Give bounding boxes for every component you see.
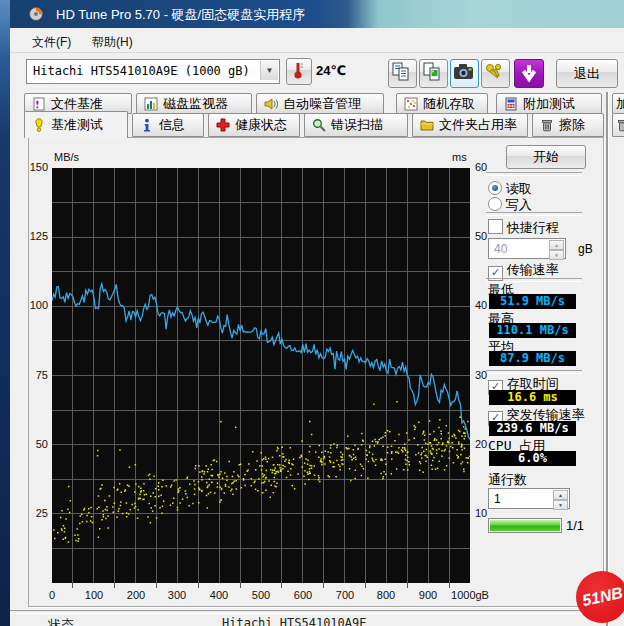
copy-image-icon xyxy=(420,60,445,85)
tab-partial-background[interactable]: 加 xyxy=(612,93,624,114)
divider xyxy=(486,212,582,216)
tab-random-access[interactable]: 随机存取 xyxy=(396,93,488,114)
menu-help[interactable]: 帮助(H) xyxy=(88,32,137,53)
axis-tick-label: 60 xyxy=(475,161,505,173)
radio-icon[interactable] xyxy=(488,197,502,211)
transfer-rate-label: 传输速率 xyxy=(507,262,559,277)
download-button[interactable] xyxy=(514,59,544,88)
menu-file[interactable]: 文件(F) xyxy=(28,32,75,53)
cpu-usage-value: 6.0% xyxy=(489,451,576,466)
window-right-edge xyxy=(606,92,608,626)
progress-text: 1/1 xyxy=(566,518,584,533)
erase-icon xyxy=(540,118,554,132)
tab-erase[interactable]: 擦除 xyxy=(532,113,604,137)
statusbar-divider xyxy=(10,610,624,614)
statusbar-label: 状态 xyxy=(48,616,74,626)
statusbar-drive: Hitachi HTS541010A9E xyxy=(222,616,367,626)
axis-tick-label: 125 xyxy=(16,230,48,242)
tab-label: 信息 xyxy=(159,116,185,134)
axis-tick-label: 50 xyxy=(16,438,48,450)
tab-extra-tests[interactable]: 附加测试 xyxy=(496,93,602,114)
y-left-unit: MB/s xyxy=(54,151,79,163)
start-button[interactable]: 开始 xyxy=(506,145,586,169)
stepper-down-icon[interactable]: ▼ xyxy=(549,250,564,260)
app-window: HD Tune Pro 5.70 - 硬盘/固态硬盘实用程序 文件(F) 帮助(… xyxy=(0,0,624,626)
tab-label: 磁盘监视器 xyxy=(163,95,228,113)
temperature-value: 24℃ xyxy=(316,63,346,78)
drive-select-value: Hitachi HTS541010A9E (1000 gB) xyxy=(33,64,250,78)
copy-image-button[interactable] xyxy=(419,59,448,88)
tab-label: 自动噪音管理 xyxy=(283,95,361,113)
tab-info[interactable]: 信息 xyxy=(132,113,204,137)
tab-benchmark[interactable]: 基准测试 xyxy=(24,111,128,138)
burst-rate-label: 突发传输速率 xyxy=(507,407,585,422)
chevron-down-icon[interactable]: ▼ xyxy=(260,61,278,80)
tab-label: 文件夹占用率 xyxy=(439,116,517,134)
axis-tick-label: 40 xyxy=(475,299,505,311)
file-benchmark-icon xyxy=(32,97,46,111)
progress-bar xyxy=(488,518,562,533)
temperature-button[interactable] xyxy=(286,58,312,85)
benchmark-icon xyxy=(32,118,46,132)
folder-usage-icon xyxy=(420,118,434,132)
tab-error-scan[interactable]: 错误扫描 xyxy=(304,113,408,137)
progress-fill xyxy=(490,520,560,531)
axis-tick-label: 100 xyxy=(16,299,48,311)
pass-count-stepper[interactable]: 1 ▲▼ xyxy=(488,488,570,509)
axis-tick-label: 150 xyxy=(16,161,48,173)
info-icon xyxy=(140,118,154,132)
burst-rate-value: 239.6 MB/s xyxy=(489,421,576,436)
tab-partial-background-2[interactable] xyxy=(612,113,624,137)
thermometer-icon xyxy=(287,59,309,82)
app-icon xyxy=(28,6,44,22)
stepper-value: 40 xyxy=(494,242,507,256)
disk-monitor-icon xyxy=(144,97,158,111)
tab-disk-monitor[interactable]: 磁盘监视器 xyxy=(136,93,252,114)
axis-tick-label: 50 xyxy=(475,230,505,242)
axis-tick-label: 30 xyxy=(475,369,505,381)
options-keys-icon xyxy=(482,60,507,85)
tab-folder-usage[interactable]: 文件夹占用率 xyxy=(412,113,528,137)
avg-value: 87.9 MB/s xyxy=(489,351,576,366)
radio-selected-icon[interactable] xyxy=(488,181,502,195)
tab-label: 错误扫描 xyxy=(331,116,383,134)
stepper-down-icon[interactable]: ▼ xyxy=(553,500,568,510)
exit-button[interactable]: 退出 xyxy=(556,59,618,88)
copy-text-icon xyxy=(389,60,414,85)
health-icon xyxy=(216,118,230,132)
axis-tick-label: 75 xyxy=(16,369,48,381)
y-right-unit: ms xyxy=(452,151,467,163)
tab-label: 健康状态 xyxy=(235,116,287,134)
tab-label: 加 xyxy=(616,95,624,113)
stepper-up-icon[interactable]: ▲ xyxy=(553,490,568,500)
axis-tick-label: 20 xyxy=(475,438,505,450)
axis-tick-label: 25 xyxy=(16,507,48,519)
screenshot-button[interactable] xyxy=(450,59,479,88)
camera-icon xyxy=(451,60,476,85)
tab-label: 附加测试 xyxy=(523,95,575,113)
benchmark-chart xyxy=(52,168,470,590)
aam-icon xyxy=(264,97,278,111)
menubar: 文件(F) 帮助(H) xyxy=(10,28,624,53)
pass-count-label: 通行数 xyxy=(488,471,527,489)
random-access-icon xyxy=(404,97,418,111)
access-time-label: 存取时间 xyxy=(507,376,559,391)
window-left-border xyxy=(0,0,10,626)
tab-aam[interactable]: 自动噪音管理 xyxy=(256,93,384,114)
titlebar[interactable]: HD Tune Pro 5.70 - 硬盘/固态硬盘实用程序 xyxy=(10,0,624,28)
copy-text-button[interactable] xyxy=(388,59,417,88)
gb-unit-label: gB xyxy=(578,242,593,256)
51nb-watermark: 51NB xyxy=(576,571,624,623)
stepper-value: 1 xyxy=(494,492,501,506)
download-arrow-icon xyxy=(515,60,543,87)
options-button[interactable] xyxy=(481,59,510,88)
stepper-up-icon[interactable]: ▲ xyxy=(549,240,564,250)
drive-select[interactable]: Hitachi HTS541010A9E (1000 gB) ▼ xyxy=(26,59,280,84)
tab-health[interactable]: 健康状态 xyxy=(208,113,300,137)
access-time-value: 16.6 ms xyxy=(489,390,576,405)
error-scan-icon xyxy=(312,118,326,132)
watermark-text: 51NB xyxy=(580,584,624,610)
extra-tests-icon xyxy=(504,97,518,111)
tab-label: 擦除 xyxy=(559,116,585,134)
tab-label: 基准测试 xyxy=(51,116,103,134)
